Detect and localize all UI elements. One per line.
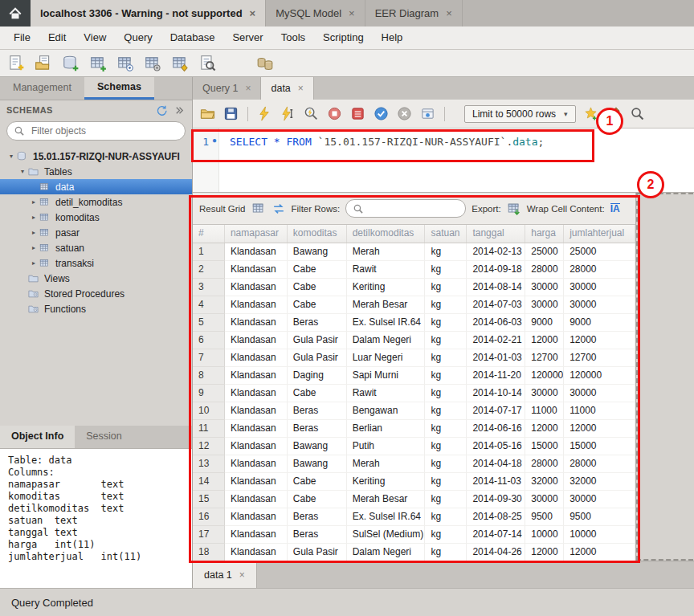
grid-cell[interactable]: kg (425, 367, 467, 385)
grid-cell[interactable]: Keriting (347, 279, 426, 296)
grid-row[interactable]: 17KlandasanBerasSulSel (Medium)kg2014-07… (193, 526, 635, 544)
menu-view[interactable]: View (75, 27, 115, 49)
grid-cell[interactable]: 30000 (525, 491, 564, 508)
grid-cell[interactable]: Daging (288, 367, 347, 385)
wrap-cell-content-icon[interactable]: IA (610, 203, 620, 214)
grid-cell[interactable]: 12000 (525, 420, 564, 438)
grid-row[interactable]: 5KlandasanBerasEx. Sulsel IR.64kg2014-06… (193, 314, 635, 332)
grid-cell[interactable]: 11000 (525, 402, 564, 420)
grid-cell[interactable]: Cabe (288, 296, 347, 314)
chevron-down-icon[interactable]: ▾ (18, 168, 27, 175)
grid-cell[interactable]: Beras (288, 314, 347, 332)
grid-cell[interactable]: 2014-09-30 (467, 491, 525, 508)
schema-options-icon[interactable] (173, 104, 186, 116)
info-tab-object-info[interactable]: Object Info (0, 426, 75, 448)
grid-cell[interactable]: 30000 (525, 385, 564, 402)
close-icon[interactable]: × (298, 83, 304, 94)
grid-cell[interactable]: Dalam Negeri (347, 544, 426, 561)
grid-cell[interactable]: 2014-02-21 (467, 332, 525, 349)
grid-cell[interactable]: Bengawan (347, 402, 426, 420)
column-header-tanggal[interactable]: tanggal (467, 225, 525, 243)
menu-tools[interactable]: Tools (272, 27, 314, 49)
new-query-tab-icon[interactable] (6, 54, 26, 73)
grid-cell[interactable]: 12000 (564, 420, 635, 438)
grid-cell[interactable]: 28000 (525, 261, 564, 279)
grid-cell[interactable]: 28000 (525, 455, 564, 473)
grid-cell[interactable]: 12000 (564, 544, 635, 561)
grid-cell[interactable]: Klandasan (225, 296, 288, 314)
grid-cell[interactable]: 2014-07-03 (467, 296, 525, 314)
window-tab-mysql-model[interactable]: MySQL Model× (266, 0, 365, 27)
grid-cell[interactable]: 120000 (525, 367, 564, 385)
filter-rows-input[interactable] (369, 202, 459, 215)
grid-cell[interactable]: 12000 (564, 332, 635, 349)
find-icon[interactable] (629, 105, 646, 122)
grid-cell[interactable]: Klandasan (225, 402, 288, 420)
grid-cell[interactable]: kg (425, 314, 467, 332)
grid-row[interactable]: 7KlandasanGula PasirLuar Negerikg2014-01… (193, 349, 635, 367)
grid-cell[interactable]: Ex. Sulsel IR.64 (347, 314, 426, 332)
tree-item-tables[interactable]: ▾Tables (0, 164, 192, 179)
grid-cell[interactable]: Klandasan (225, 385, 288, 402)
grid-cell[interactable]: kg (425, 455, 467, 473)
grid-cell[interactable]: 12000 (525, 332, 564, 349)
grid-cell[interactable]: Klandasan (225, 349, 288, 367)
grid-cell[interactable]: Klandasan (225, 279, 288, 296)
grid-cell[interactable]: Klandasan (225, 455, 288, 473)
grid-cell[interactable]: Klandasan (225, 367, 288, 385)
info-tab-session[interactable]: Session (75, 426, 133, 448)
grid-cell[interactable]: 2014-04-18 (467, 455, 525, 473)
grid-cell[interactable]: Dalam Negeri (347, 332, 426, 349)
grid-cell[interactable]: 2014-08-25 (467, 508, 525, 526)
grid-cell[interactable]: Bawang (288, 438, 347, 455)
grid-cell[interactable]: Klandasan (225, 420, 288, 438)
grid-cell[interactable]: Cabe (288, 473, 347, 491)
grid-row[interactable]: 10KlandasanBerasBengawankg2014-07-171100… (193, 402, 635, 420)
tree-item-functions[interactable]: Functions (0, 301, 192, 316)
grid-cell[interactable]: Beras (288, 402, 347, 420)
grid-cell[interactable]: Bawang (288, 455, 347, 473)
grid-cell[interactable]: 2014-02-13 (467, 243, 525, 261)
grid-cell[interactable]: Rawit (347, 385, 426, 402)
grid-cell[interactable]: 12700 (525, 349, 564, 367)
grid-cell[interactable]: 2014-11-03 (467, 473, 525, 491)
grid-cell[interactable]: Klandasan (225, 332, 288, 349)
result-grid-icon[interactable] (251, 202, 266, 216)
execute-current-statement-icon[interactable] (280, 105, 296, 122)
grid-cell[interactable]: 2014-08-14 (467, 279, 525, 296)
grid-cell[interactable]: Cabe (288, 491, 347, 508)
menu-database[interactable]: Database (161, 27, 224, 49)
grid-row[interactable]: 4KlandasanCabeMerah Besarkg2014-07-03300… (193, 296, 635, 314)
editor-tab-query-1[interactable]: Query 1× (193, 77, 261, 100)
column-header-row-number[interactable]: # (193, 225, 225, 243)
grid-cell[interactable]: 32000 (564, 473, 635, 491)
grid-cell[interactable]: Beras (288, 508, 347, 526)
grid-row[interactable]: 3KlandasanCabeKeritingkg2014-08-14300003… (193, 279, 635, 296)
grid-cell[interactable]: Klandasan (225, 243, 288, 261)
refresh-grid-icon[interactable] (271, 202, 286, 216)
grid-cell[interactable]: 12700 (564, 349, 635, 367)
window-tab-localhost-3306-warning-n[interactable]: localhost 3306 - Warning - not supported… (31, 0, 266, 27)
tree-item-satuan[interactable]: ▸satuan (0, 240, 192, 255)
grid-cell[interactable]: Cabe (288, 385, 347, 402)
grid-cell[interactable]: Cabe (288, 279, 347, 296)
rollback-icon[interactable] (396, 105, 413, 122)
new-function-icon[interactable] (170, 54, 190, 73)
grid-cell[interactable]: Gula Pasir (288, 544, 347, 561)
grid-cell[interactable]: Klandasan (225, 473, 288, 491)
grid-cell[interactable]: 10000 (525, 526, 564, 544)
grid-cell[interactable]: 11000 (564, 402, 635, 420)
grid-cell[interactable]: 2014-11-20 (467, 367, 525, 385)
grid-row[interactable]: 16KlandasanBerasEx. Sulsel IR.64kg2014-0… (193, 508, 635, 526)
grid-cell[interactable]: Sapi Murni (347, 367, 426, 385)
grid-row[interactable]: 15KlandasanCabeMerah Besarkg2014-09-3030… (193, 491, 635, 508)
grid-row[interactable]: 18KlandasanGula PasirDalam Negerikg2014-… (193, 544, 635, 561)
grid-cell[interactable]: SulSel (Medium) (347, 526, 426, 544)
tree-item-views[interactable]: Views (0, 271, 192, 286)
column-header-namapasar[interactable]: namapasar (225, 225, 288, 243)
grid-cell[interactable]: 30000 (564, 296, 635, 314)
grid-cell[interactable]: 15000 (564, 438, 635, 455)
column-header-jumlahterjual[interactable]: jumlahterjual (564, 225, 635, 243)
grid-cell[interactable]: 9500 (564, 508, 635, 526)
grid-cell[interactable]: 9500 (525, 508, 564, 526)
